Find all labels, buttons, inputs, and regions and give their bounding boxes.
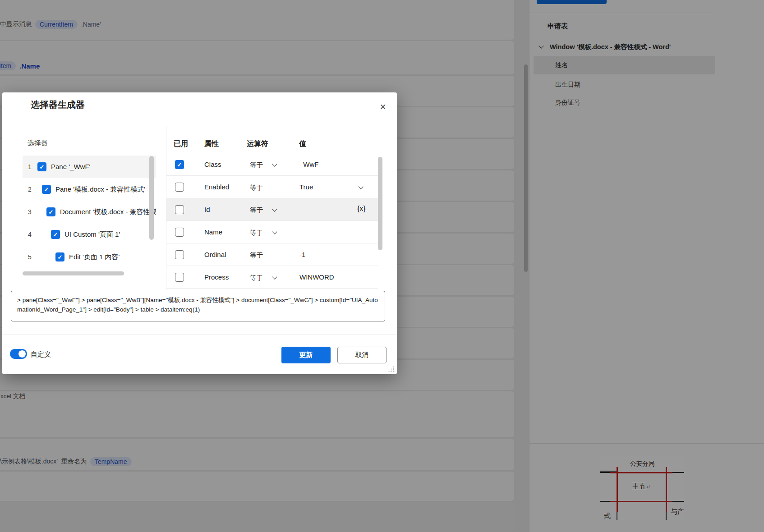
operator-dropdown-icon[interactable] [272,229,277,234]
operator-dropdown-icon[interactable] [272,274,277,279]
operator-dropdown-icon[interactable] [272,161,277,166]
attribute-row: Enabled等于True [166,176,378,198]
tree-row-label: Document '模板.docx - 兼容性模式' [60,208,156,216]
operator-column-header: 运算符 [247,139,268,149]
tree-row-number: 2 [28,186,32,193]
value-column-header: 值 [299,139,306,149]
tree-row-number: 3 [28,208,32,216]
used-checkbox[interactable] [175,228,184,237]
value-dropdown-icon[interactable] [358,184,363,189]
value-text[interactable]: _WwF [299,161,319,168]
tree-row-number: 4 [28,231,32,238]
tree-row-number: 5 [28,253,32,261]
operator-label: 等于 [250,206,263,215]
tree-horizontal-scrollbar[interactable] [23,271,124,275]
used-checkbox[interactable] [175,250,184,259]
custom-toggle[interactable] [10,349,27,359]
attribute-column-header: 属性 [204,139,219,149]
attribute-row: Ordinal等于-1 [166,243,378,266]
operator-dropdown-icon[interactable] [272,206,277,211]
attribute-row: Name等于 [166,221,378,243]
close-icon[interactable]: ✕ [377,101,389,113]
used-checkbox[interactable] [175,273,184,282]
operator-label: 等于 [250,183,263,192]
tree-row-label: Edit '页面 1 内容' [69,253,120,261]
attribute-label: Name [204,228,222,236]
tree-row-checkbox[interactable]: ✓ [37,162,46,171]
used-checkbox[interactable] [175,205,184,214]
table-vertical-scrollbar[interactable] [378,157,382,250]
cancel-button[interactable]: 取消 [337,347,387,363]
tree-row-checkbox[interactable]: ✓ [46,207,55,216]
attribute-table: ✓Class等于_WwFEnabled等于TrueId等于{x}Name等于Or… [166,153,378,291]
attribute-label: Id [204,206,210,213]
value-text[interactable]: WINWORD [299,273,334,281]
footer-divider [2,335,397,335]
tree-row-label: Pane '模板.docx - 兼容性模式' [55,185,145,194]
dialog-title: 选择器生成器 [31,99,85,111]
toggle-knob [18,350,26,358]
used-checkbox[interactable]: ✓ [175,160,184,169]
update-button[interactable]: 更新 [281,347,331,363]
attribute-row: ✓Class等于_WwF [166,153,378,176]
value-text[interactable]: True [299,183,313,191]
attribute-label: Ordinal [204,251,226,258]
used-checkbox[interactable] [175,183,184,192]
selector-tree: 1✓Pane '_WwF'2✓Pane '模板.docx - 兼容性模式'3✓D… [23,156,156,269]
selector-tree-row[interactable]: 1✓Pane '_WwF' [23,156,156,178]
tree-vertical-scrollbar[interactable] [149,156,154,240]
operator-label: 等于 [250,161,263,170]
tree-row-checkbox[interactable]: ✓ [51,230,60,239]
tree-row-number: 1 [28,163,32,170]
variable-picker-button[interactable]: {x} [357,205,366,213]
selector-list-label: 选择器 [28,139,48,147]
resize-grip[interactable] [388,366,394,372]
selector-tree-row[interactable]: 5✓Edit '页面 1 内容' [23,246,156,268]
operator-label: 等于 [250,251,263,260]
selector-builder-dialog: 选择器生成器 ✕ 选择器 1✓Pane '_WwF'2✓Pane '模板.doc… [2,92,397,374]
tree-row-label: UI Custom '页面 1' [64,230,120,239]
attribute-label: Process [204,273,229,281]
selector-textarea[interactable]: > pane[Class="_WwF"] > pane[Class="_WwB"… [11,291,385,321]
attribute-row: Process等于WINWORD [166,266,378,289]
operator-label: 等于 [250,229,263,237]
tree-row-checkbox[interactable]: ✓ [55,252,64,261]
operator-label: 等于 [250,274,263,282]
selector-tree-row[interactable]: 4✓UI Custom '页面 1' [23,223,156,246]
value-text[interactable]: -1 [299,251,305,258]
attribute-row: Id等于{x} [166,198,378,221]
selector-tree-row[interactable]: 3✓Document '模板.docx - 兼容性模式' [23,201,156,223]
tree-row-label: Pane '_WwF' [51,163,90,170]
attribute-label: Enabled [204,183,229,191]
used-column-header: 已用 [174,139,188,149]
tree-row-checkbox[interactable]: ✓ [42,185,51,194]
attribute-label: Class [204,161,221,168]
selector-tree-row[interactable]: 2✓Pane '模板.docx - 兼容性模式' [23,178,156,201]
screen: 中显示消息 CurrentItem .Name' Item .Name Exce… [0,0,764,532]
toggle-label: 自定义 [31,350,51,359]
